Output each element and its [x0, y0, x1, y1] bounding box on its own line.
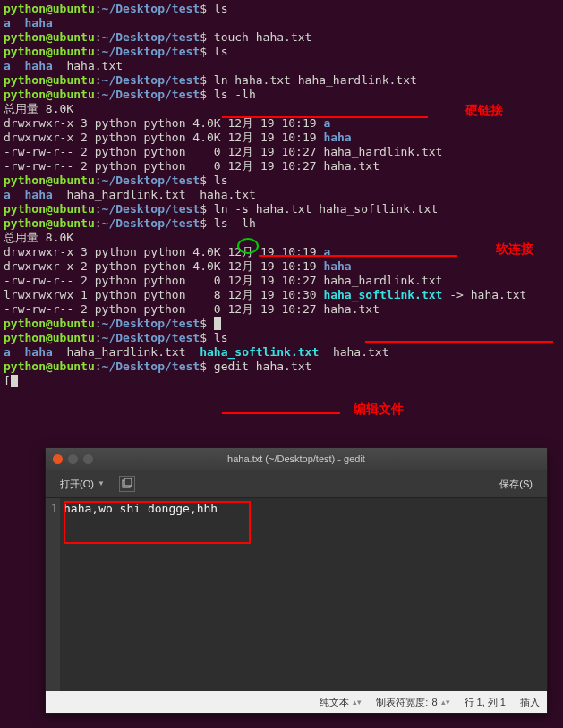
chevron-updown-icon: ▴▾ [353, 695, 362, 709]
gedit-window: haha.txt (~/Desktop/test) - gedit 打开(O) … [45, 447, 548, 714]
status-language-label: 纯文本 [320, 695, 349, 709]
underline-gedit [222, 412, 340, 414]
line-number-gutter: 1 [46, 498, 60, 691]
terminal-output[interactable]: python@ubuntu:~/Desktop/test$ lsa hahapy… [0, 0, 563, 390]
status-tabwidth[interactable]: 制表符宽度: 8 ▴▾ [376, 695, 449, 709]
gedit-statusbar: 纯文本 ▴▾ 制表符宽度: 8 ▴▾ 行 1, 列 1 插入 [46, 691, 547, 713]
underline-symlink-output [365, 341, 553, 343]
underline-hardlink [222, 116, 428, 118]
new-tab-icon[interactable] [119, 476, 135, 492]
gedit-title: haha.txt (~/Desktop/test) - gedit [46, 452, 547, 466]
status-mode: 插入 [520, 695, 540, 709]
highlight-box-editor-text [64, 501, 251, 544]
underline-softlink-cmd [259, 255, 457, 257]
save-button[interactable]: 保存(S) [492, 473, 540, 495]
status-tabwidth-value: 8 [431, 695, 437, 709]
chevron-down-icon: ▼ [98, 477, 105, 491]
chevron-updown-icon: ▴▾ [441, 695, 450, 709]
window-close-button[interactable] [53, 454, 63, 464]
open-button-label: 打开(O) [60, 477, 94, 491]
status-position: 行 1, 列 1 [465, 695, 506, 709]
circle-softlink-flag [237, 238, 259, 254]
status-language[interactable]: 纯文本 ▴▾ [320, 695, 362, 709]
annotation-hardlink: 硬链接 [465, 103, 503, 117]
gedit-toolbar: 打开(O) ▼ 保存(S) [46, 470, 547, 498]
annotation-softlink: 软连接 [496, 241, 533, 256]
open-button[interactable]: 打开(O) ▼ [53, 473, 112, 495]
gedit-titlebar[interactable]: haha.txt (~/Desktop/test) - gedit [46, 448, 547, 470]
svg-rect-1 [124, 478, 132, 486]
annotation-edit: 编辑文件 [354, 402, 404, 416]
window-maximize-button[interactable] [83, 454, 93, 464]
status-tabwidth-label: 制表符宽度: [376, 695, 428, 709]
window-minimize-button[interactable] [68, 454, 78, 464]
